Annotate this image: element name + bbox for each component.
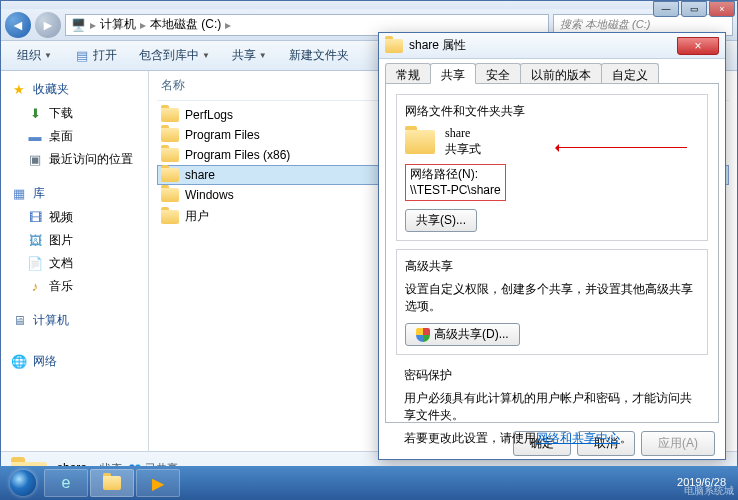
windows-orb-icon [10, 470, 36, 496]
chevron-icon: ▸ [225, 18, 231, 32]
folder-icon [161, 108, 179, 122]
minimize-button[interactable]: — [653, 1, 679, 17]
share-menu[interactable]: 共享▼ [224, 44, 275, 67]
sidebar-item-documents[interactable]: 📄文档 [1, 252, 148, 275]
taskbar: e ▶ 2019/6/28 电脑系统城 [0, 466, 738, 500]
section-title: 高级共享 [405, 258, 699, 275]
favorites-header[interactable]: ★收藏夹 [1, 77, 148, 102]
folder-icon [405, 130, 435, 154]
dialog-title: share 属性 [409, 37, 466, 54]
folder-icon [103, 476, 121, 490]
folder-icon [161, 210, 179, 224]
tab-general[interactable]: 常规 [385, 63, 431, 83]
video-icon: 🎞 [27, 210, 43, 226]
folder-icon [161, 168, 179, 182]
shield-icon [416, 328, 430, 342]
sidebar-item-computer[interactable]: 🖥计算机 [1, 308, 148, 333]
maximize-button[interactable]: ▭ [681, 1, 707, 17]
sidebar-item-music[interactable]: ♪音乐 [1, 275, 148, 298]
path-label: 网络路径(N): [410, 167, 501, 183]
network-icon: 🌐 [11, 354, 27, 370]
annotation-arrow [557, 147, 687, 148]
properties-dialog: share 属性 × 常规 共享 安全 以前的版本 自定义 网络文件和文件夹共享… [378, 32, 726, 460]
download-icon: ⬇ [27, 106, 43, 122]
search-placeholder: 搜索 本地磁盘 (C:) [560, 17, 650, 32]
tab-custom[interactable]: 自定义 [601, 63, 659, 83]
tab-content: 网络文件和文件夹共享 share 共享式 网络路径(N): \\TEST-PC\… [385, 83, 719, 423]
task-media[interactable]: ▶ [136, 469, 180, 497]
desktop-icon: ▬ [27, 129, 43, 145]
share-button[interactable]: 共享(S)... [405, 209, 477, 232]
chevron-icon: ▸ [140, 18, 146, 32]
folder-icon [161, 128, 179, 142]
network-center-link[interactable]: 网络和共享中心 [536, 431, 620, 445]
network-share-section: 网络文件和文件夹共享 share 共享式 网络路径(N): \\TEST-PC\… [396, 94, 708, 241]
libraries-header[interactable]: ▦库 [1, 181, 148, 206]
start-button[interactable] [4, 468, 42, 498]
picture-icon: 🖼 [27, 233, 43, 249]
crumb-drive[interactable]: 本地磁盘 (C:) [150, 16, 221, 33]
sidebar-item-network[interactable]: 🌐网络 [1, 349, 148, 374]
section-title: 密码保护 [404, 367, 700, 384]
open-button[interactable]: ▤打开 [66, 44, 125, 67]
folder-icon [385, 39, 403, 53]
share-name: share [445, 126, 481, 141]
computer-icon: 🖥 [11, 313, 27, 329]
advanced-share-button[interactable]: 高级共享(D)... [405, 323, 520, 346]
open-icon: ▤ [74, 48, 90, 64]
watermark: 电脑系统城 [684, 484, 734, 498]
tab-strip: 常规 共享 安全 以前的版本 自定义 [379, 59, 725, 83]
music-icon: ♪ [27, 279, 43, 295]
share-state: 共享式 [445, 141, 481, 158]
password-desc2: 若要更改此设置，请使用网络和共享中心。 [404, 430, 700, 447]
library-icon: ▦ [11, 186, 27, 202]
newfolder-button[interactable]: 新建文件夹 [281, 44, 357, 67]
organize-menu[interactable]: 组织▼ [9, 44, 60, 67]
tab-share[interactable]: 共享 [430, 63, 476, 84]
dialog-close-button[interactable]: × [677, 37, 719, 55]
forward-button[interactable]: ► [35, 12, 61, 38]
password-desc1: 用户必须具有此计算机的用户帐户和密码，才能访问共享文件夹。 [404, 390, 700, 424]
task-ie[interactable]: e [44, 469, 88, 497]
close-button[interactable]: × [709, 1, 735, 17]
sidebar-item-video[interactable]: 🎞视频 [1, 206, 148, 229]
star-icon: ★ [11, 82, 27, 98]
folder-icon [161, 188, 179, 202]
dialog-titlebar[interactable]: share 属性 × [379, 33, 725, 59]
document-icon: 📄 [27, 256, 43, 272]
tab-security[interactable]: 安全 [475, 63, 521, 83]
tab-previous[interactable]: 以前的版本 [520, 63, 602, 83]
section-title: 网络文件和文件夹共享 [405, 103, 699, 120]
sidebar-item-recent[interactable]: ▣最近访问的位置 [1, 148, 148, 171]
task-explorer[interactable] [90, 469, 134, 497]
network-path-box: 网络路径(N): \\TEST-PC\share [405, 164, 506, 201]
titlebar: — ▭ × [1, 1, 737, 9]
crumb-computer[interactable]: 计算机 [100, 16, 136, 33]
folder-icon [161, 148, 179, 162]
include-menu[interactable]: 包含到库中▼ [131, 44, 218, 67]
sidebar-item-downloads[interactable]: ⬇下载 [1, 102, 148, 125]
chevron-icon: ▸ [90, 18, 96, 32]
password-section: 密码保护 用户必须具有此计算机的用户帐户和密码，才能访问共享文件夹。 若要更改此… [396, 363, 708, 451]
computer-icon: 🖥️ [70, 17, 86, 33]
sidebar-item-pictures[interactable]: 🖼图片 [1, 229, 148, 252]
recent-icon: ▣ [27, 152, 43, 168]
section-desc: 设置自定义权限，创建多个共享，并设置其他高级共享选项。 [405, 281, 699, 315]
back-button[interactable]: ◄ [5, 12, 31, 38]
sidebar: ★收藏夹 ⬇下载 ▬桌面 ▣最近访问的位置 ▦库 🎞视频 🖼图片 📄文档 ♪音乐… [1, 71, 149, 451]
path-value: \\TEST-PC\share [410, 183, 501, 199]
advanced-share-section: 高级共享 设置自定义权限，创建多个共享，并设置其他高级共享选项。 高级共享(D)… [396, 249, 708, 355]
sidebar-item-desktop[interactable]: ▬桌面 [1, 125, 148, 148]
